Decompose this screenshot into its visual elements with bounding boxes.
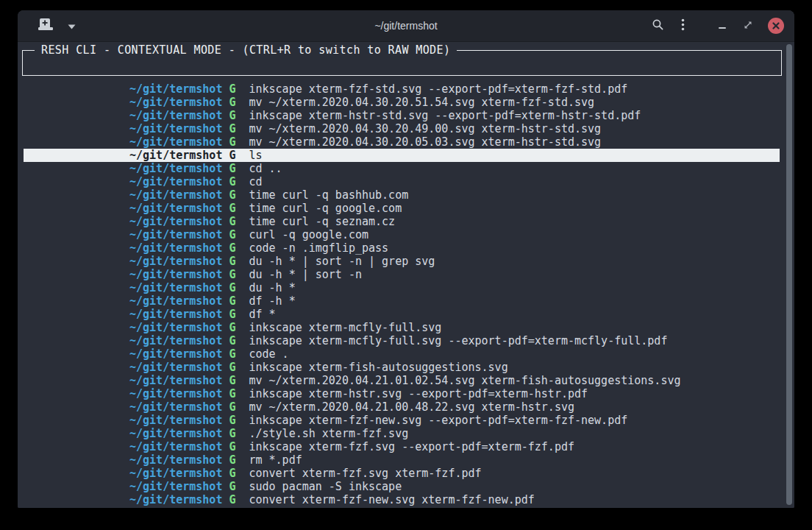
command-text: rm *.pdf — [249, 453, 302, 467]
command-text: inkscape xterm-fzf-std.svg --export-pdf=… — [249, 82, 627, 96]
history-row[interactable]: ~/git/termshotGdu -h * — [24, 281, 780, 294]
search-icon — [652, 18, 664, 33]
git-indicator: G — [229, 175, 235, 188]
minimize-button[interactable] — [717, 19, 728, 33]
command-text: inkscape xterm-mcfly-full.svg — [249, 321, 441, 334]
history-row[interactable]: ~/git/termshotGinkscape xterm-fzf-std.sv… — [24, 82, 780, 96]
git-indicator: G — [229, 268, 235, 281]
prompt-path: ~/git/termshot — [129, 361, 222, 374]
command-text: du -h * — [249, 281, 295, 294]
history-row[interactable]: ~/git/termshotGcd .. — [24, 162, 780, 175]
prompt-path: ~/git/termshot — [129, 440, 222, 453]
prompt-path: ~/git/termshot — [129, 281, 222, 294]
git-indicator: G — [229, 135, 235, 149]
prompt-path: ~/git/termshot — [129, 347, 222, 361]
prompt-path: ~/git/termshot — [129, 374, 222, 387]
command-text: inkscape xterm-fzf.svg --export-pdf=xter… — [249, 440, 574, 453]
search-button[interactable] — [650, 17, 666, 35]
close-button[interactable] — [768, 18, 784, 34]
history-row[interactable]: ~/git/termshotGcurl -q google.com — [24, 228, 780, 241]
history-row[interactable]: ~/git/termshotGinkscape xterm-mcfly-full… — [24, 321, 780, 334]
history-row[interactable]: ~/git/termshotGsudo pacman -S inkscape — [24, 480, 780, 493]
prompt-path: ~/git/termshot — [129, 334, 222, 347]
prompt-path: ~/git/termshot — [129, 109, 222, 122]
prompt-path: ~/git/termshot — [129, 202, 222, 215]
history-row[interactable]: ~/git/termshotGcd — [24, 175, 780, 188]
prompt-path: ~/git/termshot — [129, 122, 222, 135]
history-row[interactable]: ~/git/termshotGtime curl -q seznam.cz — [24, 215, 780, 228]
history-row[interactable]: ~/git/termshotGcode . — [24, 347, 780, 361]
titlebar[interactable]: ~/git/termshot — [18, 10, 794, 42]
history-row[interactable]: ~/git/termshotGrm *.pdf — [24, 453, 780, 467]
history-row[interactable]: ~/git/termshotGconvert xterm-fzf-new.svg… — [24, 493, 780, 506]
git-indicator: G — [229, 241, 235, 255]
prompt-path: ~/git/termshot — [129, 241, 222, 255]
history-row[interactable]: ~/git/termshotGcode -n .imgflip_pass — [24, 241, 780, 255]
command-text: time curl -q google.com — [249, 202, 402, 215]
command-text: inkscape xterm-fish-autosuggestions.svg — [249, 361, 508, 374]
git-indicator: G — [229, 308, 235, 321]
prompt-path: ~/git/termshot — [129, 387, 222, 400]
history-row[interactable]: ~/git/termshotGconvert xterm-fzf.svg xte… — [24, 467, 780, 480]
history-row[interactable]: ~/git/termshotGdf -h * — [24, 294, 780, 308]
resh-search-input-box[interactable]: RESH CLI - CONTEXTUAL MODE - (CTRL+R to … — [22, 50, 782, 76]
history-row-selected[interactable]: ~/git/termshotGls — [24, 149, 780, 162]
titlebar-right-controls — [650, 17, 784, 35]
menu-button[interactable] — [680, 17, 686, 35]
history-row[interactable]: ~/git/termshotGmv ~/xterm.2020.04.21.01.… — [24, 374, 780, 387]
command-text: time curl -q bashhub.com — [249, 188, 408, 202]
history-row[interactable]: ~/git/termshotGtime curl -q bashhub.com — [24, 188, 780, 202]
history-row[interactable]: ~/git/termshotGinkscape xterm-hstr.svg -… — [24, 387, 780, 400]
history-row[interactable]: ~/git/termshotGdf * — [24, 308, 780, 321]
history-row[interactable]: ~/git/termshotGdu -h * | sort -n — [24, 268, 780, 281]
prompt-path: ~/git/termshot — [129, 400, 222, 414]
history-row[interactable]: ~/git/termshotGinkscape xterm-fzf.svg --… — [24, 440, 780, 453]
prompt-path: ~/git/termshot — [129, 308, 222, 321]
prompt-path: ~/git/termshot — [129, 493, 222, 506]
git-indicator: G — [229, 82, 235, 96]
history-row[interactable]: ~/git/termshotGinkscape xterm-hstr-std.s… — [24, 109, 780, 122]
history-row[interactable]: ~/git/termshotG./style.sh xterm-fzf.svg — [24, 427, 780, 440]
command-text: mv ~/xterm.2020.04.21.00.48.22.svg xterm… — [249, 400, 574, 414]
tab-dropdown-button[interactable] — [66, 19, 77, 33]
history-row[interactable]: ~/git/termshotGinkscape xterm-mcfly-full… — [24, 334, 780, 347]
restore-button[interactable] — [742, 19, 754, 33]
git-indicator: G — [229, 440, 235, 453]
command-text: mv ~/xterm.2020.04.30.20.49.00.svg xterm… — [249, 122, 601, 135]
command-text: mv ~/xterm.2020.04.30.20.05.03.svg xterm… — [249, 135, 601, 149]
git-indicator: G — [229, 281, 235, 294]
prompt-path: ~/git/termshot — [129, 480, 222, 493]
scrollbar-thumb[interactable] — [786, 44, 792, 505]
history-row[interactable]: ~/git/termshotGinkscape xterm-fish-autos… — [24, 361, 780, 374]
terminal-content[interactable]: RESH CLI - CONTEXTUAL MODE - (CTRL+R to … — [18, 42, 794, 508]
restore-window-icon — [744, 21, 752, 32]
history-row[interactable]: ~/git/termshotGmv ~/xterm.2020.04.30.20.… — [24, 122, 780, 135]
git-indicator: G — [229, 361, 235, 374]
history-row[interactable]: ~/git/termshotGdu -h * | sort -n | grep … — [24, 255, 780, 268]
git-indicator: G — [229, 427, 235, 440]
command-text: inkscape xterm-hstr-std.svg --export-pdf… — [249, 109, 641, 122]
history-row[interactable]: ~/git/termshotGmv ~/xterm.2020.04.30.20.… — [24, 96, 780, 109]
git-indicator: G — [229, 321, 235, 334]
command-text: ./style.sh xterm-fzf.svg — [249, 427, 408, 440]
prompt-path: ~/git/termshot — [129, 453, 222, 467]
prompt-path: ~/git/termshot — [129, 149, 222, 162]
git-indicator: G — [229, 334, 235, 347]
history-row[interactable]: ~/git/termshotGmv ~/xterm.2020.04.21.00.… — [24, 400, 780, 414]
titlebar-left-controls — [37, 17, 77, 35]
git-indicator: G — [229, 467, 235, 480]
prompt-path: ~/git/termshot — [129, 294, 222, 308]
command-text: ls — [249, 149, 262, 162]
prompt-path: ~/git/termshot — [129, 188, 222, 202]
history-row[interactable]: ~/git/termshotGinkscape xterm-fzf-new.sv… — [24, 414, 780, 427]
command-text: inkscape xterm-mcfly-full.svg --export-p… — [249, 334, 667, 347]
prompt-path: ~/git/termshot — [129, 175, 222, 188]
command-text: curl -q google.com — [249, 228, 368, 241]
history-row[interactable]: ~/git/termshotGtime curl -q google.com — [24, 202, 780, 215]
prompt-path: ~/git/termshot — [129, 268, 222, 281]
command-text: inkscape xterm-fzf-new.svg --export-pdf=… — [249, 414, 627, 427]
prompt-path: ~/git/termshot — [129, 82, 222, 96]
history-row[interactable]: ~/git/termshotGmv ~/xterm.2020.04.30.20.… — [24, 135, 780, 149]
command-text: convert xterm-fzf-new.svg xterm-fzf-new.… — [249, 493, 534, 506]
new-tab-button[interactable] — [37, 17, 54, 35]
